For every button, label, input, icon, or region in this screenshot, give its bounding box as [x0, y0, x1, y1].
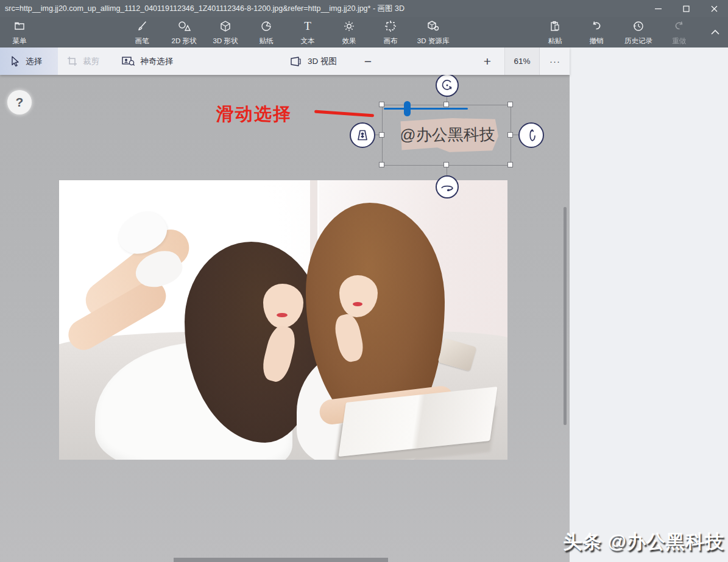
- handle-top-center[interactable]: [444, 102, 449, 107]
- history-label: 历史记录: [624, 37, 652, 46]
- canvas-label: 画布: [384, 37, 398, 46]
- menu-folder-icon: [13, 20, 26, 32]
- photo-object[interactable]: [59, 180, 507, 460]
- maximize-button[interactable]: [672, 0, 700, 17]
- crop-icon: [67, 56, 77, 66]
- magic-select-toolbar-button[interactable]: 神奇选择: [122, 47, 173, 75]
- select-cursor-icon: [10, 56, 20, 67]
- sticker-button[interactable]: 贴纸: [246, 20, 287, 46]
- library-3d-button[interactable]: 3D 资源库: [407, 20, 459, 46]
- handle-mid-right[interactable]: [507, 132, 513, 138]
- view-3d-button[interactable]: 3D 视图: [290, 47, 337, 75]
- title-bar: src=http__img.jj20.com_up_allimg_1112_04…: [0, 0, 728, 17]
- minimize-button[interactable]: [644, 0, 672, 17]
- select-label: 选择: [26, 56, 42, 67]
- shapes-2d-label: 2D 形状: [172, 37, 197, 46]
- vertical-scrollbar[interactable]: [564, 207, 567, 425]
- zoom-in-icon: +: [484, 54, 491, 69]
- redo-button[interactable]: 重做: [659, 20, 700, 46]
- close-icon: [711, 5, 718, 12]
- brush-label: 画笔: [135, 37, 149, 46]
- main-toolbar: 菜单 画笔 2D 形状 3D 形状: [0, 17, 728, 47]
- effects-label: 效果: [342, 37, 356, 46]
- text-tool-button[interactable]: T 文本: [287, 20, 328, 46]
- maximize-icon: [683, 5, 690, 12]
- history-button[interactable]: 历史记录: [612, 20, 665, 46]
- sticker-label: 贴纸: [260, 37, 274, 46]
- rotate-y-gizmo[interactable]: [518, 122, 544, 148]
- handle-top-left[interactable]: [379, 102, 384, 107]
- zoom-slider-thumb[interactable]: [404, 101, 411, 116]
- redo-label: 重做: [673, 37, 687, 46]
- more-options-button[interactable]: ···: [541, 47, 569, 75]
- selection-bounding-box[interactable]: [382, 105, 511, 166]
- help-button[interactable]: ?: [7, 90, 32, 114]
- handle-top-right[interactable]: [507, 102, 513, 107]
- brush-tool-button[interactable]: 画笔: [121, 20, 163, 46]
- undo-label: 撤销: [590, 37, 604, 46]
- paste-icon: [549, 20, 561, 32]
- crop-button[interactable]: 裁剪: [67, 47, 99, 75]
- rotate-z-icon: [440, 79, 454, 92]
- handle-bottom-center[interactable]: [444, 162, 449, 167]
- zoom-percent-display[interactable]: 61%: [504, 47, 540, 75]
- help-icon: ?: [16, 95, 24, 110]
- rotate-x-gizmo[interactable]: [436, 175, 459, 198]
- minimize-icon: [655, 5, 662, 12]
- history-icon: [632, 20, 645, 32]
- side-panel: 3D 选择内容 制作贴纸 神奇选择 选择 全选: [570, 47, 728, 562]
- handle-mid-left[interactable]: [379, 132, 384, 138]
- library-3d-icon: [426, 20, 440, 32]
- magic-select-icon: [122, 56, 135, 66]
- view-3d-label: 3D 视图: [308, 56, 337, 67]
- girl2-lips: [353, 302, 362, 306]
- effects-icon: [343, 20, 355, 32]
- menu-button[interactable]: 菜单: [0, 20, 40, 46]
- collapse-ribbon-button[interactable]: [707, 24, 724, 39]
- canvas-icon: [384, 20, 397, 32]
- watermark-text: 头条 @办公黑科技: [563, 529, 724, 555]
- zoom-out-button[interactable]: −: [361, 47, 375, 75]
- chevron-up-icon: [711, 29, 719, 35]
- undo-icon: [590, 20, 603, 32]
- more-options-icon: ···: [550, 56, 560, 66]
- text-icon: T: [304, 20, 311, 32]
- zoom-slider-track[interactable]: [384, 108, 468, 110]
- zoom-in-button[interactable]: +: [480, 47, 495, 75]
- effects-button[interactable]: 效果: [328, 20, 370, 46]
- window-title: src=http__img.jj20.com_up_allimg_1112_04…: [5, 0, 405, 17]
- handle-bottom-left[interactable]: [379, 162, 384, 167]
- canvas-button[interactable]: 画布: [370, 20, 411, 46]
- paste-label: 粘贴: [548, 37, 562, 46]
- rotate-x-icon: [440, 183, 454, 191]
- shapes-2d-icon: [177, 20, 191, 32]
- zoom-percent-value: 61%: [514, 57, 530, 66]
- rotate-y-icon: [526, 128, 536, 142]
- text-label: 文本: [301, 37, 315, 46]
- crop-label: 裁剪: [83, 56, 99, 67]
- horizontal-scrollbar[interactable]: [174, 558, 388, 562]
- shapes-3d-label: 3D 形状: [213, 37, 238, 46]
- depth-gizmo[interactable]: [350, 122, 375, 148]
- library-3d-label: 3D 资源库: [417, 37, 449, 46]
- annotation-text: 滑动选择: [216, 102, 292, 127]
- shapes-3d-button[interactable]: 3D 形状: [205, 20, 246, 46]
- close-button[interactable]: [700, 0, 728, 17]
- view-3d-icon: [290, 57, 302, 66]
- sticker-icon: [260, 20, 272, 32]
- zoom-out-icon: −: [364, 54, 372, 69]
- redo-icon: [673, 20, 685, 32]
- cube-3d-icon: [219, 20, 231, 32]
- brush-icon: [136, 20, 148, 32]
- undo-button[interactable]: 撤销: [576, 20, 617, 46]
- paint3d-window: src=http__img.jj20.com_up_allimg_1112_04…: [0, 0, 728, 562]
- shapes-2d-button[interactable]: 2D 形状: [163, 20, 205, 46]
- depth-icon: [355, 128, 370, 142]
- select-tool-button[interactable]: 选择: [0, 47, 58, 75]
- handle-bottom-right[interactable]: [507, 162, 513, 167]
- magic-select-toolbar-label: 神奇选择: [140, 56, 173, 67]
- paste-button[interactable]: 粘贴: [534, 20, 576, 46]
- menu-label: 菜单: [13, 37, 27, 46]
- tool-options-bar: 选择 裁剪 神奇选择 3D 视图 −: [0, 47, 570, 75]
- rotate-z-gizmo[interactable]: [436, 74, 459, 97]
